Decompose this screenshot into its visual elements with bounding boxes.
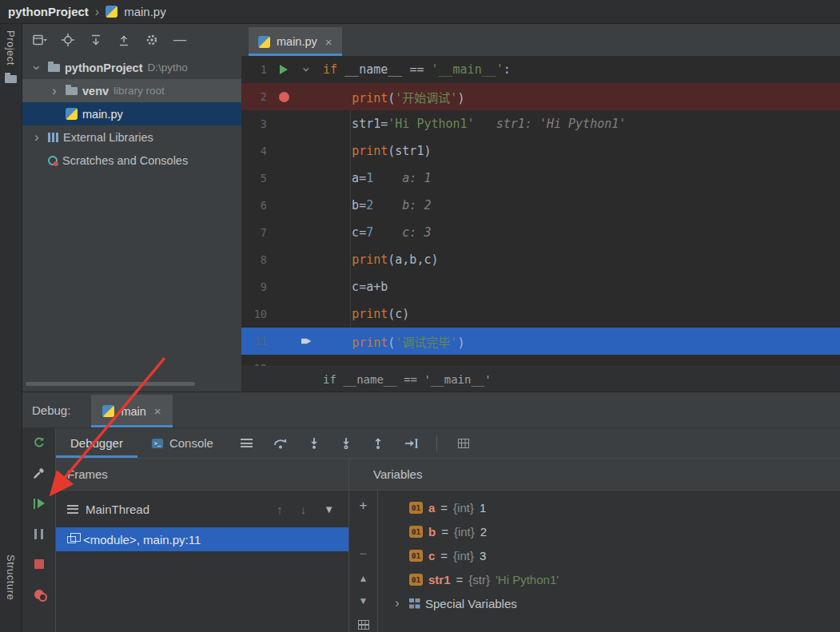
tab-debugger[interactable]: Debugger — [56, 428, 137, 458]
hide-panel-icon[interactable]: — — [172, 32, 188, 48]
variable-b[interactable]: 01b={int}2 — [378, 519, 840, 543]
code-editor[interactable]: 1›if __name__ == '__main__':2 print('开始调… — [241, 56, 840, 366]
tree-item-external-libraries[interactable]: ›External Libraries — [22, 125, 241, 149]
tree-item-venv[interactable]: ›venvlibrary root — [22, 79, 241, 102]
stop-icon[interactable] — [34, 558, 44, 570]
breadcrumb-file[interactable]: main.py — [124, 5, 166, 18]
breadcrumb-project[interactable]: pythonProject — [8, 5, 89, 18]
code-line-7[interactable]: 7 c=7 c: 3 — [241, 219, 840, 246]
rerun-debug-icon[interactable] — [33, 436, 46, 449]
code-text: print('调试完毕') — [316, 333, 464, 350]
horizontal-scrollbar[interactable] — [26, 382, 195, 386]
code-token: '__main__' — [431, 62, 503, 77]
breadcrumb-context[interactable]: if __name__ == '__main__' — [323, 373, 492, 386]
thread-dropdown-icon[interactable]: ▼ — [324, 503, 334, 515]
line-number: 7 — [241, 226, 272, 239]
code-token: if — [323, 62, 344, 77]
frames-list: <module>, main.py:11 — [56, 527, 348, 551]
chevron-right-icon[interactable]: › — [391, 597, 404, 610]
run-to-cursor-icon[interactable] — [404, 438, 419, 449]
view-as-table-icon[interactable] — [458, 439, 469, 448]
code-line-6[interactable]: 6 b=2 b: 2 — [241, 192, 840, 219]
step-over-icon[interactable] — [273, 437, 288, 449]
frame-item-module-main-py-11[interactable]: <module>, main.py:11 — [56, 527, 348, 551]
code-line-4[interactable]: 4 print(str1) — [241, 137, 840, 165]
tab-main-py[interactable]: main.py × — [249, 27, 342, 56]
thread-name: MainThread — [86, 503, 149, 516]
code-line-3[interactable]: 3 str1='Hi Python1' str1: 'Hi Python1' — [241, 110, 840, 137]
layout-options-icon[interactable] — [241, 439, 253, 447]
code-token: ( — [388, 336, 395, 350]
select-opened-file-icon[interactable] — [60, 32, 76, 48]
code-line-9[interactable]: 9 c=a+b — [241, 273, 840, 300]
step-out-icon[interactable] — [372, 437, 384, 449]
code-text: a=1 a: 1 — [316, 171, 431, 185]
tree-item-main-py[interactable]: main.py — [22, 102, 241, 125]
code-line-2[interactable]: 2 print('开始调试') — [241, 83, 840, 110]
variable-a[interactable]: 01a={int}1 — [378, 495, 840, 519]
pause-program-icon[interactable] — [34, 527, 43, 540]
variables-panel: Variables + − ▲ ▼ 01a={int}101b={int}201… — [349, 459, 840, 632]
code-line-5[interactable]: 5 a=1 a: 1 — [241, 165, 840, 192]
resume-program-icon[interactable] — [34, 497, 45, 510]
tree-item-pythonproject[interactable]: ›pythonProjectD:\pytho — [22, 56, 241, 79]
previous-frame-icon[interactable]: ↑ — [277, 503, 283, 516]
primitive-value-icon: 01 — [409, 526, 423, 538]
code-token: ) — [457, 91, 464, 105]
structure-tool-button[interactable]: Structure — [5, 554, 17, 600]
execution-pointer-icon[interactable] — [296, 336, 316, 346]
remove-watch-icon[interactable]: − — [360, 547, 368, 561]
scroll-up-icon[interactable]: ▲ — [359, 574, 368, 583]
settings-gear-icon[interactable] — [144, 32, 160, 48]
watch-grid-icon[interactable] — [358, 620, 369, 630]
code-line-10[interactable]: 10 print(c) — [241, 300, 840, 328]
tool-window-stripe: Project Structure — [0, 24, 22, 632]
code-line-11[interactable]: 11 print('调试完毕') — [241, 328, 840, 355]
step-into-icon[interactable] — [309, 437, 320, 449]
tab-console[interactable]: Console — [137, 428, 228, 458]
step-into-my-code-icon[interactable] — [340, 437, 352, 449]
code-token: 7 — [366, 225, 373, 240]
variable-value: 1 — [480, 501, 486, 515]
view-options-icon[interactable] — [32, 32, 48, 48]
run-triangle-shape — [280, 65, 288, 74]
run-line-icon[interactable] — [272, 65, 296, 74]
code-line-12[interactable]: 12 — [241, 355, 840, 366]
thread-selector[interactable]: MainThread ↑ ↓ ▼ — [56, 491, 348, 527]
code-token: (str1) — [388, 144, 431, 158]
view-breakpoints-icon[interactable] — [34, 588, 44, 601]
thread-nav-group: ↑ ↓ ▼ — [277, 503, 337, 516]
tab-debug-main[interactable]: main × — [91, 395, 172, 427]
code-line-1[interactable]: 1›if __name__ == '__main__': — [241, 56, 840, 83]
code-line-8[interactable]: 8 print(a,b,c) — [241, 246, 840, 273]
project-tool-button[interactable]: Project — [5, 30, 17, 66]
close-icon[interactable]: × — [325, 35, 332, 49]
chevron-down-icon[interactable]: › — [30, 62, 43, 74]
code-text: c=7 c: 3 — [316, 225, 431, 240]
add-watch-icon[interactable]: + — [360, 499, 368, 512]
line-number: 11 — [241, 335, 272, 348]
scroll-down-icon[interactable]: ▼ — [359, 596, 368, 606]
navigation-breadcrumb: pythonProject › main.py — [0, 0, 840, 24]
debug-settings-wrench-icon[interactable] — [33, 467, 46, 479]
breakpoint-icon[interactable] — [272, 92, 296, 102]
line-number: 4 — [241, 145, 272, 157]
tree-item-scratches-and-consoles[interactable]: Scratches and Consoles — [22, 149, 241, 172]
code-token: str1= — [323, 117, 388, 131]
folder-icon — [48, 64, 60, 72]
close-icon[interactable]: × — [154, 404, 161, 418]
fold-down-icon[interactable]: › — [296, 63, 316, 76]
chevron-right-icon[interactable]: › — [30, 131, 43, 144]
variable-str1[interactable]: 01str1={str}'Hi Python1' — [378, 567, 840, 591]
code-text: print(c) — [316, 307, 409, 321]
folder-icon[interactable] — [5, 75, 17, 83]
next-frame-icon[interactable]: ↓ — [301, 503, 307, 516]
expand-all-icon[interactable] — [88, 32, 104, 48]
chevron-right-icon[interactable]: › — [48, 85, 61, 97]
collapse-all-icon[interactable] — [116, 32, 132, 48]
variable-type: {str} — [468, 573, 490, 586]
project-tree: ›pythonProjectD:\pytho›venvlibrary rootm… — [22, 56, 241, 172]
variable-special-variables[interactable]: ›Special Variables — [378, 591, 840, 615]
code-token: b: 2 — [373, 198, 431, 213]
variable-c[interactable]: 01c={int}3 — [378, 543, 840, 567]
